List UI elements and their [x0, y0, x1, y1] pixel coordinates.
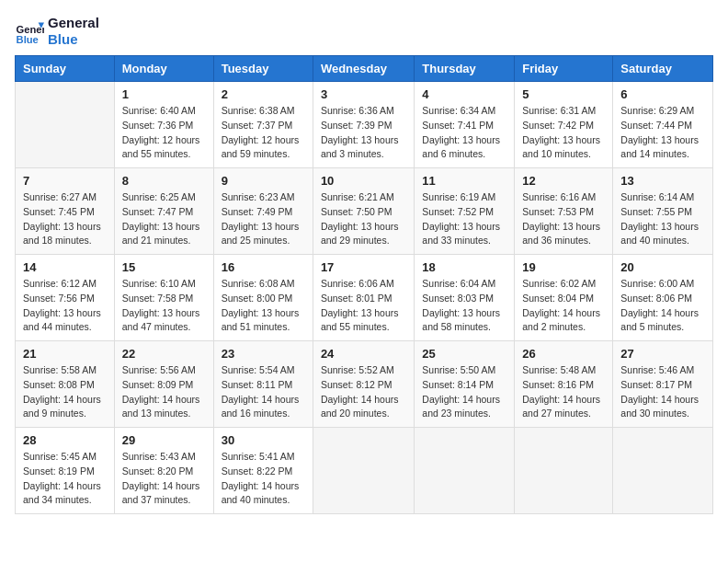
day-number: 13	[620, 174, 705, 188]
calendar-cell: 30Sunrise: 5:41 AM Sunset: 8:22 PM Dayli…	[213, 428, 313, 514]
day-number: 4	[422, 87, 506, 101]
calendar-cell: 9Sunrise: 6:23 AM Sunset: 7:49 PM Daylig…	[213, 168, 313, 255]
day-number: 5	[522, 87, 605, 101]
calendar-cell: 14Sunrise: 6:12 AM Sunset: 7:56 PM Dayli…	[16, 255, 115, 341]
logo-icon: General Blue	[15, 17, 44, 46]
day-info: Sunrise: 6:23 AM Sunset: 7:49 PM Dayligh…	[222, 190, 305, 248]
day-number: 15	[122, 260, 206, 274]
day-number: 21	[23, 347, 107, 361]
day-info: Sunrise: 6:19 AM Sunset: 7:52 PM Dayligh…	[422, 190, 506, 248]
calendar-cell: 16Sunrise: 6:08 AM Sunset: 8:00 PM Dayli…	[213, 255, 313, 341]
day-number: 18	[422, 260, 506, 274]
day-of-week-header: Tuesday	[213, 56, 313, 82]
day-info: Sunrise: 5:43 AM Sunset: 8:20 PM Dayligh…	[122, 450, 206, 508]
day-info: Sunrise: 6:04 AM Sunset: 8:03 PM Dayligh…	[422, 277, 506, 335]
day-info: Sunrise: 5:45 AM Sunset: 8:19 PM Dayligh…	[23, 450, 107, 508]
day-of-week-header: Saturday	[613, 56, 713, 82]
day-number: 11	[422, 174, 506, 188]
calendar-cell	[613, 428, 713, 514]
day-number: 17	[321, 260, 406, 274]
calendar-cell: 13Sunrise: 6:14 AM Sunset: 7:55 PM Dayli…	[613, 168, 713, 255]
day-info: Sunrise: 5:58 AM Sunset: 8:08 PM Dayligh…	[23, 363, 107, 421]
calendar-week-row: 14Sunrise: 6:12 AM Sunset: 7:56 PM Dayli…	[16, 255, 713, 341]
day-of-week-header: Sunday	[16, 56, 115, 82]
calendar-header: SundayMondayTuesdayWednesdayThursdayFrid…	[16, 56, 713, 82]
calendar-cell: 27Sunrise: 5:46 AM Sunset: 8:17 PM Dayli…	[613, 341, 713, 428]
calendar-cell: 1Sunrise: 6:40 AM Sunset: 7:36 PM Daylig…	[114, 82, 213, 168]
day-info: Sunrise: 6:12 AM Sunset: 7:56 PM Dayligh…	[23, 277, 107, 335]
day-info: Sunrise: 6:21 AM Sunset: 7:50 PM Dayligh…	[321, 190, 406, 248]
day-info: Sunrise: 6:14 AM Sunset: 7:55 PM Dayligh…	[620, 190, 705, 248]
calendar-cell	[16, 82, 115, 168]
day-number: 3	[321, 87, 406, 101]
calendar-cell: 10Sunrise: 6:21 AM Sunset: 7:50 PM Dayli…	[313, 168, 414, 255]
calendar-cell: 26Sunrise: 5:48 AM Sunset: 8:16 PM Dayli…	[515, 341, 613, 428]
day-number: 7	[23, 174, 107, 188]
day-number: 2	[222, 87, 305, 101]
calendar-week-row: 7Sunrise: 6:27 AM Sunset: 7:45 PM Daylig…	[16, 168, 713, 255]
calendar-cell: 19Sunrise: 6:02 AM Sunset: 8:04 PM Dayli…	[515, 255, 613, 341]
calendar-cell: 4Sunrise: 6:34 AM Sunset: 7:41 PM Daylig…	[415, 82, 515, 168]
day-number: 20	[620, 260, 705, 274]
day-info: Sunrise: 6:36 AM Sunset: 7:39 PM Dayligh…	[321, 104, 406, 162]
calendar-cell: 24Sunrise: 5:52 AM Sunset: 8:12 PM Dayli…	[313, 341, 414, 428]
day-info: Sunrise: 5:52 AM Sunset: 8:12 PM Dayligh…	[321, 363, 406, 421]
day-number: 30	[222, 433, 305, 447]
day-number: 16	[222, 260, 305, 274]
day-info: Sunrise: 6:34 AM Sunset: 7:41 PM Dayligh…	[422, 104, 506, 162]
day-number: 26	[522, 347, 605, 361]
day-info: Sunrise: 6:25 AM Sunset: 7:47 PM Dayligh…	[122, 190, 206, 248]
day-number: 27	[620, 347, 705, 361]
svg-text:Blue: Blue	[17, 34, 39, 45]
day-info: Sunrise: 6:27 AM Sunset: 7:45 PM Dayligh…	[23, 190, 107, 248]
day-number: 10	[321, 174, 406, 188]
page-header: General Blue General Blue	[15, 15, 713, 48]
day-info: Sunrise: 6:02 AM Sunset: 8:04 PM Dayligh…	[522, 277, 605, 335]
day-of-week-header: Thursday	[415, 56, 515, 82]
day-info: Sunrise: 6:16 AM Sunset: 7:53 PM Dayligh…	[522, 190, 605, 248]
calendar-table: SundayMondayTuesdayWednesdayThursdayFrid…	[15, 55, 713, 514]
day-number: 6	[620, 87, 705, 101]
calendar-week-row: 21Sunrise: 5:58 AM Sunset: 8:08 PM Dayli…	[16, 341, 713, 428]
calendar-cell	[515, 428, 613, 514]
day-info: Sunrise: 5:50 AM Sunset: 8:14 PM Dayligh…	[422, 363, 506, 421]
day-info: Sunrise: 5:46 AM Sunset: 8:17 PM Dayligh…	[620, 363, 705, 421]
day-info: Sunrise: 5:48 AM Sunset: 8:16 PM Dayligh…	[522, 363, 605, 421]
logo-text-general: General	[48, 15, 99, 31]
calendar-cell: 17Sunrise: 6:06 AM Sunset: 8:01 PM Dayli…	[313, 255, 414, 341]
day-number: 9	[222, 174, 305, 188]
calendar-cell: 8Sunrise: 6:25 AM Sunset: 7:47 PM Daylig…	[114, 168, 213, 255]
day-info: Sunrise: 6:10 AM Sunset: 7:58 PM Dayligh…	[122, 277, 206, 335]
day-info: Sunrise: 6:38 AM Sunset: 7:37 PM Dayligh…	[222, 104, 305, 162]
day-of-week-header: Monday	[114, 56, 213, 82]
day-of-week-header: Friday	[515, 56, 613, 82]
day-info: Sunrise: 6:29 AM Sunset: 7:44 PM Dayligh…	[620, 104, 705, 162]
calendar-cell	[415, 428, 515, 514]
day-number: 1	[122, 87, 206, 101]
calendar-cell: 25Sunrise: 5:50 AM Sunset: 8:14 PM Dayli…	[415, 341, 515, 428]
day-info: Sunrise: 6:40 AM Sunset: 7:36 PM Dayligh…	[122, 104, 206, 162]
day-info: Sunrise: 6:00 AM Sunset: 8:06 PM Dayligh…	[620, 277, 705, 335]
day-number: 25	[422, 347, 506, 361]
calendar-cell: 18Sunrise: 6:04 AM Sunset: 8:03 PM Dayli…	[415, 255, 515, 341]
day-number: 22	[122, 347, 206, 361]
calendar-body: 1Sunrise: 6:40 AM Sunset: 7:36 PM Daylig…	[16, 82, 713, 514]
calendar-cell: 5Sunrise: 6:31 AM Sunset: 7:42 PM Daylig…	[515, 82, 613, 168]
calendar-cell: 7Sunrise: 6:27 AM Sunset: 7:45 PM Daylig…	[16, 168, 115, 255]
logo: General Blue General Blue	[15, 15, 99, 48]
day-info: Sunrise: 5:54 AM Sunset: 8:11 PM Dayligh…	[222, 363, 305, 421]
day-of-week-header: Wednesday	[313, 56, 414, 82]
day-number: 28	[23, 433, 107, 447]
calendar-cell: 2Sunrise: 6:38 AM Sunset: 7:37 PM Daylig…	[213, 82, 313, 168]
day-number: 12	[522, 174, 605, 188]
calendar-cell: 11Sunrise: 6:19 AM Sunset: 7:52 PM Dayli…	[415, 168, 515, 255]
day-number: 8	[122, 174, 206, 188]
days-header-row: SundayMondayTuesdayWednesdayThursdayFrid…	[16, 56, 713, 82]
calendar-cell: 15Sunrise: 6:10 AM Sunset: 7:58 PM Dayli…	[114, 255, 213, 341]
calendar-cell: 3Sunrise: 6:36 AM Sunset: 7:39 PM Daylig…	[313, 82, 414, 168]
day-number: 19	[522, 260, 605, 274]
calendar-week-row: 1Sunrise: 6:40 AM Sunset: 7:36 PM Daylig…	[16, 82, 713, 168]
calendar-cell: 29Sunrise: 5:43 AM Sunset: 8:20 PM Dayli…	[114, 428, 213, 514]
calendar-cell: 20Sunrise: 6:00 AM Sunset: 8:06 PM Dayli…	[613, 255, 713, 341]
day-info: Sunrise: 6:08 AM Sunset: 8:00 PM Dayligh…	[222, 277, 305, 335]
